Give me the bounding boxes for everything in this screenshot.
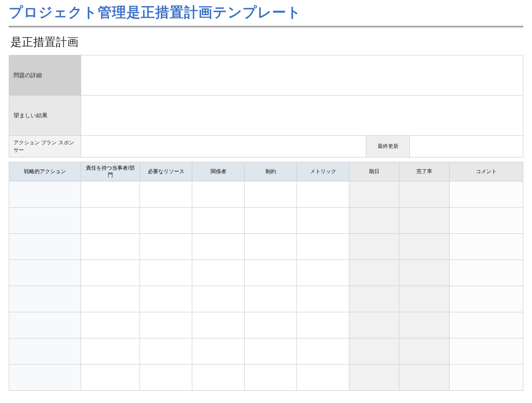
grid-cell-c1[interactable] (9, 338, 81, 365)
grid-cell-c3[interactable] (140, 208, 192, 234)
grid-cell-c2[interactable] (81, 338, 140, 365)
grid-cell-c6[interactable] (297, 365, 349, 391)
grid-cell-c7[interactable] (349, 312, 399, 338)
grid-cell-c3[interactable] (140, 181, 192, 208)
table-row (9, 312, 523, 338)
grid-cell-c3[interactable] (140, 286, 192, 312)
grid-cell-c6[interactable] (297, 286, 349, 312)
updated-value[interactable] (410, 136, 523, 157)
grid-cell-c2[interactable] (81, 260, 140, 286)
col-strategic-action: 戦略的アクション (9, 162, 81, 181)
sponsor-label: アクション プラン スポンサー (9, 136, 81, 157)
col-due-date: 期日 (349, 162, 399, 181)
grid-cell-c7[interactable] (349, 260, 399, 286)
grid-cell-c4[interactable] (192, 286, 245, 312)
grid-cell-c6[interactable] (297, 260, 349, 286)
grid-cell-c4[interactable] (192, 234, 245, 260)
col-comment: コメント (450, 162, 523, 181)
page-title: プロジェクト管理是正措置計画テンプレート (9, 2, 523, 27)
grid-cell-c9[interactable] (450, 286, 523, 312)
table-row (9, 365, 523, 391)
col-stakeholders: 関係者 (192, 162, 245, 181)
grid-cell-c7[interactable] (349, 181, 399, 208)
problem-value[interactable] (81, 55, 523, 96)
grid-cell-c4[interactable] (192, 312, 245, 338)
grid-cell-c9[interactable] (450, 208, 523, 234)
table-row (9, 286, 523, 312)
grid-cell-c7[interactable] (349, 365, 399, 391)
grid-cell-c8[interactable] (399, 338, 450, 365)
grid-cell-c8[interactable] (399, 181, 450, 208)
grid-cell-c8[interactable] (399, 365, 450, 391)
grid-cell-c2[interactable] (81, 365, 140, 391)
grid-cell-c9[interactable] (450, 338, 523, 365)
grid-cell-c8[interactable] (399, 286, 450, 312)
grid-cell-c5[interactable] (245, 338, 297, 365)
grid-cell-c1[interactable] (9, 260, 81, 286)
grid-cell-c8[interactable] (399, 260, 450, 286)
updated-label: 最終更新 (366, 136, 410, 157)
col-constraints: 制約 (245, 162, 297, 181)
grid-cell-c4[interactable] (192, 181, 245, 208)
grid-cell-c9[interactable] (450, 365, 523, 391)
grid-cell-c6[interactable] (297, 312, 349, 338)
grid-cell-c6[interactable] (297, 338, 349, 365)
grid-cell-c4[interactable] (192, 208, 245, 234)
col-resources: 必要なリソース (140, 162, 192, 181)
grid-cell-c3[interactable] (140, 365, 192, 391)
table-row (9, 234, 523, 260)
grid-cell-c8[interactable] (399, 312, 450, 338)
grid-cell-c5[interactable] (245, 181, 297, 208)
grid-cell-c5[interactable] (245, 208, 297, 234)
grid-cell-c3[interactable] (140, 234, 192, 260)
grid-cell-c6[interactable] (297, 208, 349, 234)
grid-cell-c5[interactable] (245, 312, 297, 338)
desired-value[interactable] (81, 96, 523, 136)
table-row (9, 260, 523, 286)
col-percent-complete: 完了率 (399, 162, 450, 181)
meta-table: 問題の詳細 望ましい結果 アクション プラン スポンサー 最終更新 (9, 55, 523, 157)
table-row (9, 208, 523, 234)
grid-cell-c9[interactable] (450, 312, 523, 338)
problem-label: 問題の詳細 (9, 55, 81, 96)
sponsor-value[interactable] (81, 136, 366, 157)
grid-cell-c4[interactable] (192, 365, 245, 391)
grid-cell-c1[interactable] (9, 312, 81, 338)
section-subtitle: 是正措置計画 (9, 34, 523, 50)
grid-cell-c5[interactable] (245, 286, 297, 312)
action-grid: 戦略的アクション 責任を持つ当事者/部門 必要なリソース 関係者 制約 メトリッ… (9, 162, 523, 391)
table-row (9, 338, 523, 365)
grid-cell-c5[interactable] (245, 365, 297, 391)
grid-cell-c3[interactable] (140, 260, 192, 286)
grid-cell-c1[interactable] (9, 286, 81, 312)
grid-cell-c9[interactable] (450, 234, 523, 260)
grid-cell-c5[interactable] (245, 260, 297, 286)
grid-cell-c2[interactable] (81, 234, 140, 260)
grid-cell-c4[interactable] (192, 260, 245, 286)
grid-cell-c6[interactable] (297, 234, 349, 260)
col-metric: メトリック (297, 162, 349, 181)
grid-cell-c1[interactable] (9, 365, 81, 391)
grid-cell-c9[interactable] (450, 181, 523, 208)
grid-cell-c1[interactable] (9, 181, 81, 208)
table-row (9, 181, 523, 208)
grid-cell-c3[interactable] (140, 338, 192, 365)
grid-cell-c4[interactable] (192, 338, 245, 365)
desired-label: 望ましい結果 (9, 96, 81, 136)
grid-cell-c7[interactable] (349, 208, 399, 234)
grid-cell-c6[interactable] (297, 181, 349, 208)
grid-cell-c7[interactable] (349, 286, 399, 312)
grid-cell-c1[interactable] (9, 208, 81, 234)
grid-cell-c8[interactable] (399, 208, 450, 234)
grid-cell-c2[interactable] (81, 312, 140, 338)
grid-cell-c2[interactable] (81, 286, 140, 312)
grid-cell-c3[interactable] (140, 312, 192, 338)
grid-cell-c5[interactable] (245, 234, 297, 260)
grid-cell-c7[interactable] (349, 338, 399, 365)
grid-cell-c7[interactable] (349, 234, 399, 260)
grid-cell-c8[interactable] (399, 234, 450, 260)
grid-cell-c2[interactable] (81, 208, 140, 234)
grid-cell-c9[interactable] (450, 260, 523, 286)
grid-cell-c1[interactable] (9, 234, 81, 260)
grid-cell-c2[interactable] (81, 181, 140, 208)
